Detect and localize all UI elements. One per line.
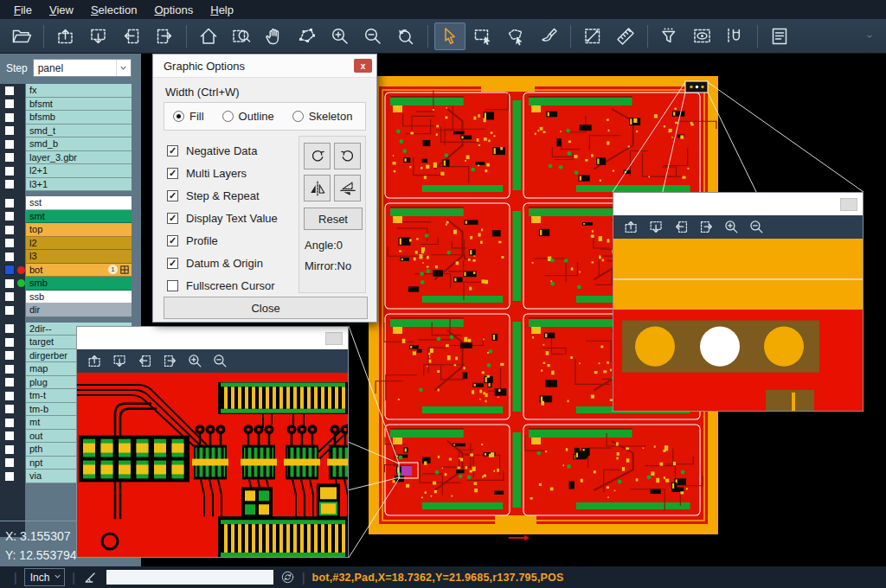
layer-checkbox[interactable] [4, 391, 15, 401]
popup-tool-zoom-in-button[interactable] [184, 352, 205, 371]
layer-row-smb[interactable]: smb [0, 277, 132, 291]
layer-checkbox[interactable] [4, 139, 15, 150]
layer-row-l2+1[interactable]: l2+1 [0, 164, 132, 178]
menu-item-help[interactable]: Help [202, 3, 242, 16]
layer-checkbox[interactable] [4, 179, 15, 189]
layer-checkbox[interactable] [4, 152, 15, 163]
menu-item-selection[interactable]: Selection [82, 3, 145, 16]
layer-name[interactable]: l2+1 [26, 164, 132, 178]
layer-checkbox[interactable] [4, 238, 15, 248]
layer-row-bfsmb[interactable]: bfsmb [0, 111, 132, 125]
tool-zoom-poly-button[interactable] [292, 22, 323, 50]
tool-ruler-button[interactable] [610, 22, 641, 50]
layer-checkbox[interactable] [4, 323, 15, 334]
layer-row-sst[interactable]: sst [0, 196, 132, 210]
popup-tool-zoom-out-button[interactable] [746, 218, 767, 237]
layer-name[interactable]: dir [26, 304, 132, 317]
mirror-vertical-button[interactable] [304, 175, 331, 201]
layer-checkbox[interactable] [4, 125, 15, 136]
layer-name[interactable]: bot1 [26, 264, 132, 278]
tool-home-button[interactable] [193, 22, 224, 50]
popup-tool-pan-down-button[interactable] [109, 352, 130, 371]
layer-checkbox[interactable] [4, 337, 15, 348]
layer-row-l3[interactable]: l3 [0, 250, 132, 264]
close-icon[interactable]: x [354, 59, 372, 73]
reset-button[interactable]: Reset [304, 208, 363, 230]
layer-row-fx[interactable]: fx [0, 84, 132, 98]
mirror-horizontal-button[interactable] [334, 175, 361, 201]
layer-row-bfsmt[interactable]: bfsmt [0, 98, 132, 112]
popup-pad-detail[interactable] [613, 239, 863, 411]
tool-hand-button[interactable] [259, 22, 290, 50]
tool-filter-button[interactable] [654, 22, 685, 50]
step-select[interactable]: panel [33, 59, 132, 77]
checkbox-profile[interactable]: ✓Profile [167, 229, 278, 252]
popup-tool-pan-up-button[interactable] [620, 218, 641, 237]
layer-checkbox[interactable] [4, 457, 15, 468]
menu-item-file[interactable]: File [5, 3, 41, 16]
layer-name[interactable]: l3 [26, 250, 132, 264]
rotate-ccw-button[interactable] [334, 143, 361, 169]
tool-view-box-button[interactable] [687, 22, 718, 50]
layer-checkbox[interactable] [4, 225, 15, 235]
layer-row-layer_3.gbr[interactable]: layer_3.gbr [0, 151, 132, 165]
layer-row-ssb[interactable]: ssb [0, 291, 132, 304]
tool-brush-button[interactable] [533, 22, 564, 50]
layer-row-l3+1[interactable]: l3+1 [0, 178, 132, 192]
layer-checkbox[interactable] [4, 166, 15, 176]
checkbox-box[interactable]: ✓ [167, 168, 178, 179]
layer-row-smd_b[interactable]: smd_b [0, 137, 132, 151]
radio-outline[interactable]: Outline [222, 110, 274, 123]
popup-tool-pan-left-button[interactable] [671, 218, 691, 237]
popup-tool-pan-right-button[interactable] [696, 218, 716, 237]
layer-checkbox[interactable] [4, 278, 15, 289]
checkbox-step-repeat[interactable]: ✓Step & Repeat [167, 184, 278, 207]
tool-zoom-in-button[interactable] [324, 22, 356, 50]
sync-icon[interactable] [280, 570, 295, 585]
checkbox-datum-origin[interactable]: ✓Datum & Origin [167, 252, 278, 274]
popup-tool-pan-up-button[interactable] [84, 352, 105, 371]
toolbar-overflow-icon[interactable] [865, 29, 874, 44]
layer-name[interactable]: smb [26, 277, 132, 291]
tool-report-button[interactable] [764, 22, 795, 50]
layer-checkbox[interactable] [4, 431, 15, 441]
layer-row-dir[interactable]: dir [0, 304, 132, 317]
menu-item-options[interactable]: Options [145, 3, 202, 16]
tool-magnet-button[interactable] [720, 22, 751, 50]
layer-checkbox[interactable] [4, 418, 15, 428]
checkbox-box[interactable] [167, 280, 178, 291]
tool-pan-down-button[interactable] [83, 22, 114, 50]
popup-tool-pan-down-button[interactable] [645, 218, 666, 237]
tool-pan-up-button[interactable] [50, 22, 81, 50]
tool-measure-button[interactable] [577, 22, 608, 50]
layer-name[interactable]: l2 [26, 237, 132, 251]
layer-row-smd_t[interactable]: smd_t [0, 125, 132, 138]
checkbox-box[interactable]: ✓ [167, 145, 178, 157]
tool-select-arrow-button[interactable] [434, 22, 465, 50]
popup-tool-pan-left-button[interactable] [134, 352, 155, 371]
layer-row-top[interactable]: top [0, 223, 132, 237]
layer-checkbox[interactable] [4, 404, 15, 414]
layer-row-smt[interactable]: smt [0, 210, 132, 224]
close-button[interactable]: Close [164, 297, 368, 319]
checkbox-box[interactable]: ✓ [167, 213, 178, 224]
tool-poly-select-button[interactable] [500, 22, 531, 50]
layer-checkbox[interactable] [4, 350, 15, 361]
layer-name[interactable]: layer_3.gbr [26, 151, 132, 165]
checkbox-multi-layers[interactable]: ✓Multi Layers [167, 162, 278, 184]
command-input[interactable] [106, 570, 273, 585]
layer-name[interactable]: ssb [26, 291, 132, 304]
layer-name[interactable]: top [26, 223, 132, 237]
window-button[interactable] [325, 332, 343, 345]
layer-row-bot[interactable]: bot1 [0, 264, 132, 278]
tool-zoom-area-button[interactable] [226, 22, 257, 50]
checkbox-box[interactable]: ✓ [167, 190, 178, 201]
popup-tool-pan-right-button[interactable] [159, 352, 180, 371]
radio-fill[interactable]: Fill [173, 110, 204, 123]
tool-folder-open-button[interactable] [6, 22, 37, 50]
checkbox-fullscreen-cursor[interactable]: Fullscreen Cursor [167, 274, 278, 297]
layer-checkbox[interactable] [4, 305, 15, 316]
layer-checkbox[interactable] [4, 291, 15, 302]
layer-name[interactable]: smd_b [26, 137, 132, 151]
layer-row-l2[interactable]: l2 [0, 237, 132, 251]
